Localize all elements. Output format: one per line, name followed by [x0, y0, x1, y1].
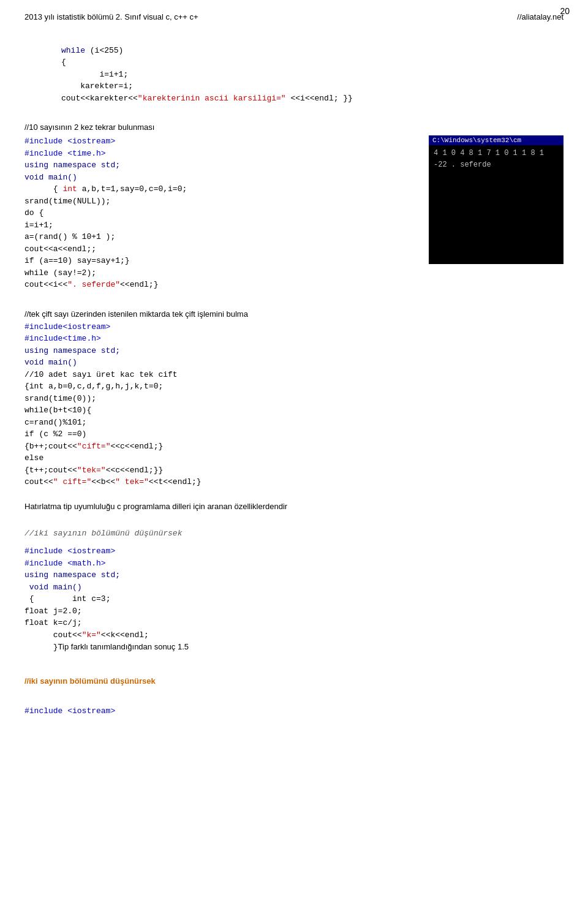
header-left: 2013 yılı istatistik bölümü 2. Sınıf vis…: [24, 12, 198, 21]
header-right: //aliatalay.net: [517, 12, 564, 21]
section2: //10 sayısının 2 kez tekrar bulunması #i…: [24, 123, 564, 297]
section2-code-left: #include <iostream> #include <time.h> us…: [24, 135, 417, 297]
footer-comment: //iki sayının bölümünü düşünürsek: [24, 664, 564, 687]
section1-code: while (i<255) { i=i+1; karekter=i; cout<…: [61, 32, 564, 104]
screenshot-box: C:\Windows\system32\cm 4 1 0 4 8 1 7 1 0…: [429, 135, 564, 264]
section4-subcomment: //iki sayının bölümünü düşünürsek: [24, 515, 564, 539]
section2-code: #include <iostream> #include <time.h> us…: [24, 135, 417, 291]
page-number: 20: [560, 6, 570, 16]
section3-comment: //tek çift sayı üzerinden istenilen mikt…: [24, 309, 564, 319]
screenshot-title-bar: C:\Windows\system32\cm: [429, 135, 564, 145]
footer-include: #include <iostream>: [24, 694, 564, 717]
section2-inline: #include <iostream> #include <time.h> us…: [24, 135, 564, 297]
section3-code: #include<iostream> #include<time.h> usin…: [24, 321, 564, 488]
section2-comment: //10 sayısının 2 kez tekrar bulunması: [24, 123, 564, 132]
header: 2013 yılı istatistik bölümü 2. Sınıf vis…: [24, 12, 564, 21]
screenshot-content: 4 1 0 4 8 1 7 1 0 1 1 8 1 -22 . seferde: [429, 145, 564, 173]
section4: Hatırlatma tip uyumluluğu c programlama …: [24, 501, 564, 654]
section4-heading: Hatırlatma tip uyumluluğu c programlama …: [24, 501, 564, 513]
section3: //tek çift sayı üzerinden istenilen mikt…: [24, 309, 564, 488]
section4-code: #include <iostream> #include <math.h> us…: [24, 545, 564, 654]
footer-section: //iki sayının bölümünü düşünürsek #inclu…: [24, 664, 564, 717]
